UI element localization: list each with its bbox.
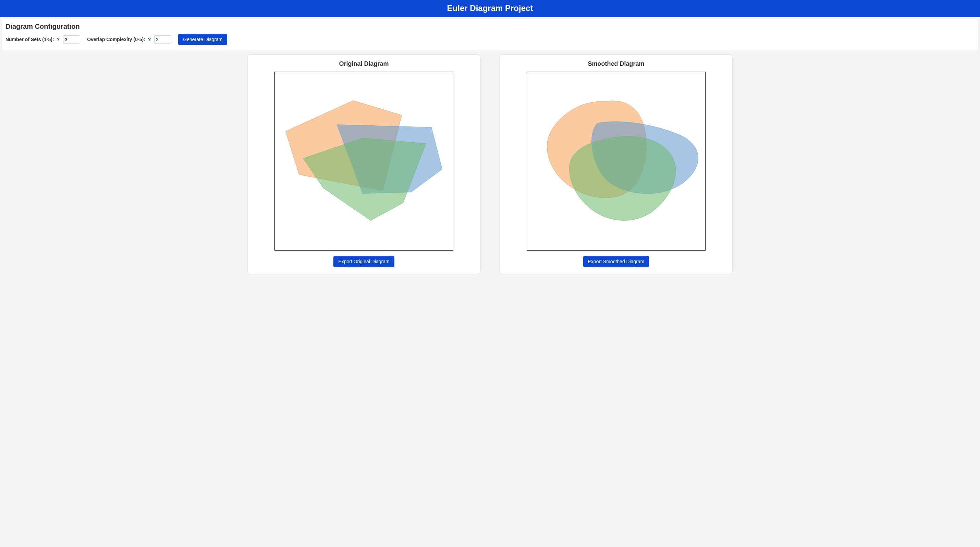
overlap-help-icon[interactable]: ? (148, 37, 151, 42)
app-title: Euler Diagram Project (447, 3, 533, 13)
config-row: Number of Sets (1-5): ? Overlap Complexi… (5, 34, 975, 45)
overlap-label: Overlap Complexity (0-5): (87, 37, 145, 42)
sets-label: Number of Sets (1-5): (5, 37, 54, 42)
original-diagram (274, 72, 453, 251)
smoothed-green-shape (570, 137, 676, 221)
config-title: Diagram Configuration (5, 22, 975, 30)
smoothed-diagram (527, 72, 706, 251)
app-header: Euler Diagram Project (0, 0, 980, 17)
main-area: Original Diagram Export Original Diagram… (0, 50, 980, 281)
sets-input[interactable] (63, 35, 80, 43)
config-panel: Diagram Configuration Number of Sets (1-… (2, 19, 978, 50)
sets-help-icon[interactable]: ? (57, 37, 60, 42)
original-card: Original Diagram Export Original Diagram (247, 54, 480, 274)
export-smoothed-button[interactable]: Export Smoothed Diagram (583, 256, 649, 267)
overlap-input[interactable] (154, 35, 171, 43)
export-original-button[interactable]: Export Original Diagram (333, 256, 394, 267)
generate-button[interactable]: Generate Diagram (178, 34, 227, 45)
smoothed-title: Smoothed Diagram (588, 60, 644, 67)
original-title: Original Diagram (339, 60, 388, 67)
smoothed-card: Smoothed Diagram Export Smoothed Diagram (500, 54, 733, 274)
